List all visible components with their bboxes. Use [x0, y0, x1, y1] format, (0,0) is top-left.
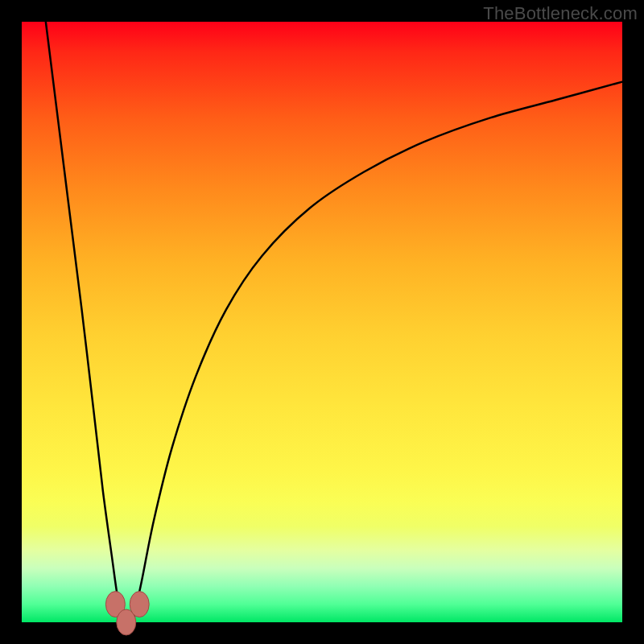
valley-marker [130, 592, 149, 617]
chart-marker-layer [22, 22, 622, 622]
chart-frame: TheBottleneck.com [0, 0, 644, 644]
watermark-text: TheBottleneck.com [483, 3, 638, 24]
